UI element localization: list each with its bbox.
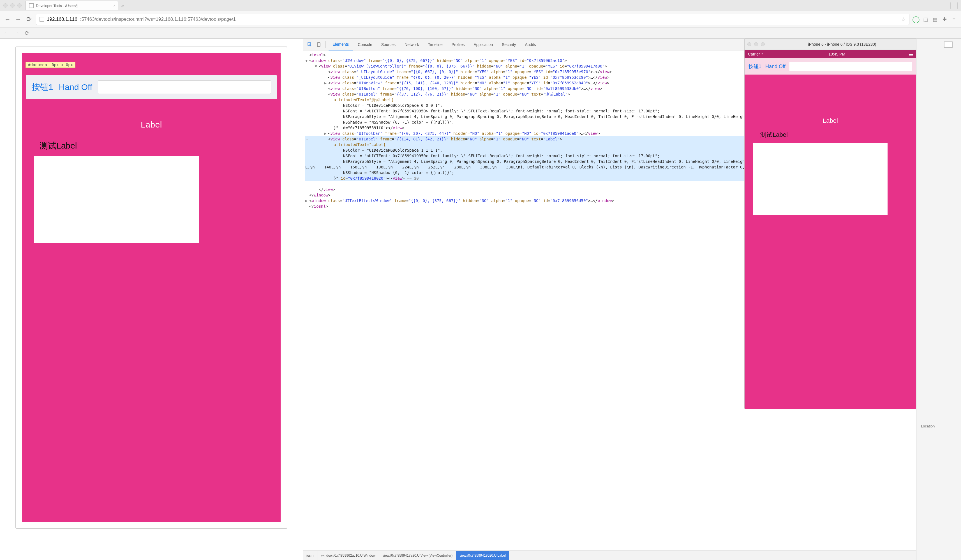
breadcrumb: iosml window#0x7f859962ac10.UIWindow vie… [303, 550, 933, 560]
address-bar[interactable]: 192.168.1.116:57463/devtools/inspector.h… [36, 14, 910, 25]
toolbar-button-1[interactable]: 按钮1 [749, 63, 762, 70]
forward-icon[interactable]: → [14, 16, 22, 23]
inspect-tooltip: #document 0px x 0px [26, 62, 76, 68]
simulator-title: iPhone 6 - iPhone 6 / iOS 9.3 (13E230) [771, 42, 913, 47]
tab-elements[interactable]: Elements [329, 39, 353, 50]
extension-list-icon[interactable]: ▤ [932, 16, 938, 22]
close-icon[interactable] [3, 3, 8, 8]
tab-sources[interactable]: Sources [377, 39, 400, 50]
test-label: 测试Label [40, 140, 77, 152]
device-preview-pane: #document 0px x 0px 按钮1 Hand Off Label 测… [0, 39, 303, 560]
tab-console[interactable]: Console [354, 39, 376, 50]
extension-icons: ◯ ▤ ✚ ≡ [913, 16, 957, 22]
tab-audits[interactable]: Audits [521, 39, 540, 50]
back-icon[interactable]: ← [4, 16, 11, 23]
crumb-window[interactable]: window#0x7f859962ac10.UIWindow [318, 551, 379, 560]
zoom-icon[interactable] [18, 3, 22, 8]
test-label: 测试Label [760, 131, 788, 139]
tab-security[interactable]: Security [498, 39, 520, 50]
carrier-label: Carrier ᯤ [748, 52, 765, 56]
wifi-icon: ᯤ [761, 52, 765, 56]
url-host: 192.168.1.116 [47, 16, 77, 22]
ios-toolbar: 按钮1 Hand Off [26, 75, 277, 99]
webview-box [34, 156, 199, 243]
minimize-icon[interactable] [754, 42, 758, 46]
clock-label: 10:49 PM [828, 52, 845, 56]
traffic-lights [3, 3, 22, 8]
tab-close-icon[interactable]: × [113, 4, 116, 8]
minimize-icon[interactable] [10, 3, 14, 8]
location-label: Location [921, 424, 935, 428]
right-sidebar: Location [916, 39, 961, 560]
svg-rect-1 [317, 43, 320, 47]
inspect-element-icon[interactable] [306, 41, 314, 48]
crumb-view[interactable]: view#0x7f8599417a80.UIView.(ViewControll… [379, 551, 456, 560]
zoom-icon[interactable] [761, 42, 765, 46]
toolbar-textfield[interactable] [98, 80, 271, 94]
traffic-lights [747, 42, 765, 46]
reload-icon[interactable]: ⟳ [25, 30, 29, 37]
toolbar-button-handoff[interactable]: Hand Off [765, 64, 786, 69]
tab-network[interactable]: Network [400, 39, 423, 50]
simulator-titlebar[interactable]: iPhone 6 - iPhone 6 / iOS 9.3 (13E230) [744, 39, 916, 50]
extension-puzzle-icon[interactable]: ✚ [942, 16, 948, 22]
tab-profiles[interactable]: Profiles [448, 39, 469, 50]
page-icon [29, 3, 34, 8]
ios-screen: Label 测试Label [744, 75, 916, 409]
back-icon[interactable]: ← [3, 30, 9, 36]
panel-toggle-icon[interactable] [944, 42, 953, 48]
window-titlebar: Developer Tools - /Users/j × ▱ [0, 0, 961, 11]
crumb-iosml[interactable]: iosml [303, 551, 318, 560]
webview-box [753, 143, 887, 215]
reload-icon[interactable]: ⟳ [25, 16, 32, 23]
center-label: Label [22, 120, 281, 130]
crumb-selected[interactable]: view#0x7f8599418020.UILabel [456, 551, 509, 560]
profile-avatar[interactable] [950, 2, 958, 9]
new-tab-icon[interactable]: ▱ [121, 4, 124, 8]
device-toggle-icon[interactable] [315, 41, 323, 48]
toolbar-textfield[interactable] [789, 62, 912, 71]
toolbar-button-handoff[interactable]: Hand Off [59, 82, 93, 92]
extension-grid-icon[interactable] [922, 16, 929, 22]
device-frame: #document 0px x 0px 按钮1 Hand Off Label 测… [15, 47, 288, 529]
tab-application[interactable]: Application [470, 39, 497, 50]
url-path: :57463/devtools/inspector.html?ws=192.16… [80, 16, 236, 22]
forward-icon[interactable]: → [14, 30, 19, 36]
bookmark-star-icon[interactable]: ☆ [901, 16, 906, 23]
close-icon[interactable] [747, 42, 751, 46]
extension-green-icon[interactable]: ◯ [913, 16, 919, 22]
toolbar: ← → ⟳ 192.168.1.116:57463/devtools/inspe… [0, 11, 961, 27]
center-label: Label [744, 117, 916, 124]
devtools-nav: ← → ⟳ [0, 27, 961, 39]
menu-icon[interactable]: ≡ [951, 16, 957, 22]
ios-toolbar: 按钮1 Hand Off [744, 58, 916, 75]
toolbar-button-1[interactable]: 按钮1 [32, 82, 53, 93]
simulator-window[interactable]: iPhone 6 - iPhone 6 / iOS 9.3 (13E230) C… [744, 39, 916, 409]
tab-title: Developer Tools - /Users/j [36, 4, 78, 8]
tab-timeline[interactable]: Timeline [424, 39, 446, 50]
ios-status-bar: Carrier ᯤ 10:49 PM ▬ [744, 50, 916, 58]
browser-tab[interactable]: Developer Tools - /Users/j × [26, 1, 118, 10]
battery-icon: ▬ [909, 52, 913, 56]
ios-rendered-view: #document 0px x 0px 按钮1 Hand Off Label 测… [22, 53, 281, 522]
site-info-icon[interactable] [40, 17, 44, 22]
